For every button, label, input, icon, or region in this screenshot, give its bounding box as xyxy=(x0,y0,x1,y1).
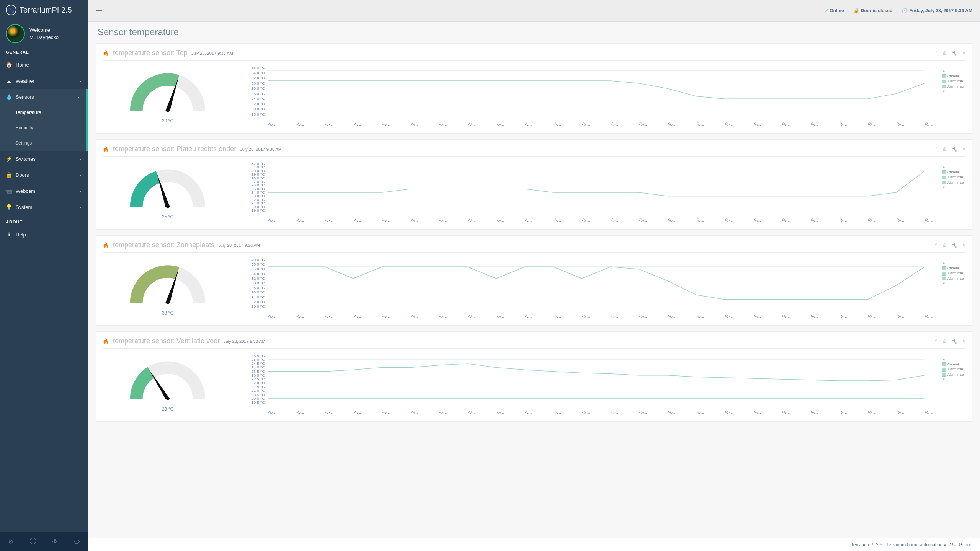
settings-button[interactable]: 🔧 xyxy=(951,243,957,248)
nav-help[interactable]: ℹHelp⌄ xyxy=(0,227,88,243)
svg-text:20.5 °C: 20.5 °C xyxy=(251,393,265,396)
svg-text:05:00: 05:00 xyxy=(810,410,822,414)
calendar-button[interactable]: 🗓 xyxy=(942,243,947,248)
paw-icon: 🐾 xyxy=(6,5,16,15)
calendar-button[interactable]: 🗓 xyxy=(942,51,947,56)
footer-link[interactable]: TerrariumPI 2.5 - Terrarium home automat… xyxy=(851,542,972,548)
brand-title: TerrariumPI 2.5 xyxy=(20,6,72,15)
svg-text:11:00: 11:00 xyxy=(296,218,307,222)
svg-text:19:00: 19:00 xyxy=(524,314,536,318)
chart-legend: ▲ Current Alarm min Alarm max ▼ xyxy=(942,357,964,383)
svg-text:38.0 °C: 38.0 °C xyxy=(251,262,265,266)
svg-text:01:00: 01:00 xyxy=(696,410,707,414)
panel-title: temperature sensor: Top xyxy=(113,49,188,57)
panel-title: temperature sensor: Plateu rechts onder xyxy=(113,145,236,153)
svg-text:10:00: 10:00 xyxy=(267,218,279,222)
eye-button[interactable]: 👁 xyxy=(44,532,66,551)
calendar-button[interactable]: 🗓 xyxy=(942,147,947,152)
svg-text:01:00: 01:00 xyxy=(696,122,707,126)
svg-text:14:00: 14:00 xyxy=(381,410,393,414)
settings-button[interactable]: 🔧 xyxy=(951,147,957,152)
svg-text:22.0 °C: 22.0 °C xyxy=(251,381,265,385)
svg-text:06:00: 06:00 xyxy=(838,122,850,126)
nav-webcam[interactable]: 📹Webcam⌄ xyxy=(0,183,88,199)
settings-button[interactable]: 🔧 xyxy=(951,51,957,56)
panel-time: July 28, 2017 9:36 AM xyxy=(218,243,260,248)
nav-system[interactable]: 💡System⌄ xyxy=(0,199,88,215)
svg-text:20:00: 20:00 xyxy=(553,122,564,126)
close-button[interactable]: ✕ xyxy=(962,243,965,248)
svg-text:13:00: 13:00 xyxy=(353,122,364,126)
svg-text:06:00: 06:00 xyxy=(838,410,850,414)
chart[interactable]: 19.5 °C20.0 °C20.5 °C21.0 °C21.5 °C22.0 … xyxy=(240,353,965,416)
nav-switches[interactable]: ⚡Switches⌄ xyxy=(0,151,88,167)
scroll-up-icon[interactable]: ▲ xyxy=(942,261,945,266)
collapse-button[interactable]: ⌃ xyxy=(934,51,938,56)
scroll-down-icon[interactable]: ▼ xyxy=(942,281,945,287)
svg-text:19:00: 19:00 xyxy=(524,218,536,222)
settings-button[interactable]: ⚙ xyxy=(0,532,22,551)
scroll-up-icon[interactable]: ▲ xyxy=(942,357,945,362)
fullscreen-button[interactable]: ⛶ xyxy=(22,532,44,551)
scroll-down-icon[interactable]: ▼ xyxy=(942,185,945,191)
status-area: ✔Online 🔒Door is closed 🕘Friday, July 28… xyxy=(824,8,972,13)
scroll-down-icon[interactable]: ▼ xyxy=(942,89,945,95)
svg-text:32.0 °C: 32.0 °C xyxy=(251,277,265,280)
calendar-button[interactable]: 🗓 xyxy=(942,339,947,344)
gauge: 33 °C xyxy=(103,257,233,320)
collapse-button[interactable]: ⌃ xyxy=(934,243,938,248)
close-icon: ✕ xyxy=(962,243,965,248)
nav-home[interactable]: 🏠Home xyxy=(0,57,88,73)
collapse-button[interactable]: ⌃ xyxy=(934,339,938,344)
chart[interactable]: 19.0 °C20.0 °C21.0 °C22.0 °C23.0 °C24.0 … xyxy=(240,161,965,223)
close-icon: ✕ xyxy=(962,51,965,56)
settings-button[interactable]: 🔧 xyxy=(951,339,957,344)
svg-text:36.0 °C: 36.0 °C xyxy=(251,267,265,271)
svg-text:40.0 °C: 40.0 °C xyxy=(251,258,265,262)
svg-text:21.0 °C: 21.0 °C xyxy=(251,389,265,393)
close-button[interactable]: ✕ xyxy=(962,51,965,56)
nav-humidity[interactable]: Humidity xyxy=(0,120,86,135)
chevron-down-icon: ⌄ xyxy=(79,205,82,209)
svg-text:20.0 °C: 20.0 °C xyxy=(251,107,265,111)
nav-temperature[interactable]: Temperature xyxy=(0,105,86,120)
svg-text:00:00: 00:00 xyxy=(667,314,679,318)
wrench-icon: 🔧 xyxy=(951,339,957,344)
nav-sensor-settings[interactable]: Settings xyxy=(0,135,86,151)
svg-text:06:00: 06:00 xyxy=(838,218,850,222)
scroll-up-icon[interactable]: ▲ xyxy=(942,165,945,170)
menu-toggle[interactable]: ☰ xyxy=(96,6,103,15)
svg-text:03:00: 03:00 xyxy=(753,314,764,318)
svg-text:22.0 °C: 22.0 °C xyxy=(251,102,265,106)
scroll-down-icon[interactable]: ▼ xyxy=(942,377,945,383)
svg-text:23.0 °C: 23.0 °C xyxy=(251,373,265,377)
chart[interactable]: 20.0 °C22.0 °C24.0 °C26.0 °C28.0 °C30.0 … xyxy=(240,257,965,320)
svg-text:24.0 °C: 24.0 °C xyxy=(251,191,265,194)
svg-text:01:00: 01:00 xyxy=(696,218,707,222)
panel-time: July 28, 2017 9:36 AM xyxy=(240,147,282,152)
nav-doors[interactable]: 🔒Doors⌄ xyxy=(0,167,88,183)
panel-tools: ⌃ 🗓 🔧 ✕ xyxy=(934,339,965,344)
section-about: ABOUT xyxy=(0,215,88,227)
status-clock: 🕘Friday, July 28, 2017 9:36 AM xyxy=(902,8,972,13)
svg-text:23:00: 23:00 xyxy=(639,218,650,222)
gauge-value: 30 °C xyxy=(162,118,173,124)
collapse-button[interactable]: ⌃ xyxy=(934,147,938,152)
svg-text:22:00: 22:00 xyxy=(610,410,621,414)
nav-weather[interactable]: ☁Weather⌄ xyxy=(0,73,88,89)
brand[interactable]: 🐾 TerrariumPI 2.5 xyxy=(0,0,88,20)
close-button[interactable]: ✕ xyxy=(962,339,965,344)
close-button[interactable]: ✕ xyxy=(962,147,965,152)
svg-text:04:00: 04:00 xyxy=(781,410,793,414)
chart[interactable]: 18.0 °C20.0 °C22.0 °C24.0 °C26.0 °C28.0 … xyxy=(240,65,965,127)
eye-icon: 👁 xyxy=(52,538,58,545)
chevron-down-icon: ⌄ xyxy=(79,156,82,160)
scroll-up-icon[interactable]: ▲ xyxy=(942,68,945,74)
svg-text:24.0 °C: 24.0 °C xyxy=(251,295,265,299)
nav-general: 🏠Home ☁Weather⌄ 💧Sensors⌄ Temperature Hu… xyxy=(0,57,88,215)
nav-sensors[interactable]: 💧Sensors⌄ xyxy=(0,89,86,105)
close-icon: ✕ xyxy=(962,147,965,152)
svg-text:15:00: 15:00 xyxy=(410,218,421,222)
power-button[interactable]: ⏻ xyxy=(66,532,88,551)
username: M. Daygecko xyxy=(29,34,59,41)
